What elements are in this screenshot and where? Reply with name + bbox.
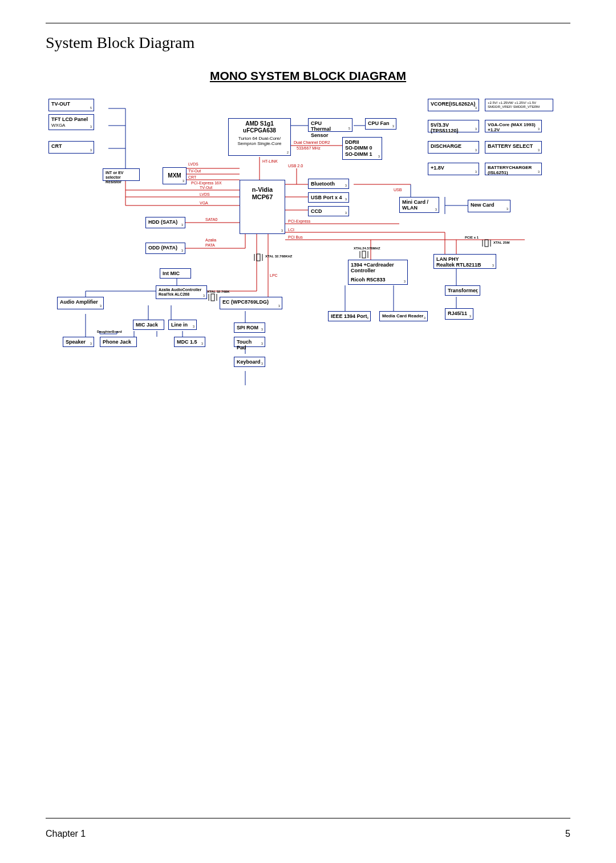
minicard-block: Mini Card / WLAN3 [399, 197, 439, 213]
ccd-block: CCD3 [308, 206, 349, 216]
v5v-block: 5V/3.3V (TPS51120)3 [428, 120, 479, 132]
thermal-block: CPU Thermal Sensor5 [308, 118, 352, 132]
daughter-label: DaughterBoard [97, 330, 122, 333]
discharge-block: DISCHARGE3 [428, 141, 479, 154]
page-footer: Chapter 1 5 [46, 813, 570, 839]
mcp-block: n-Vidia MCP673 [240, 180, 285, 234]
svg-rect-61 [362, 251, 366, 258]
xtal-ec2-icon [209, 294, 217, 301]
vcore-block: VCORE(ISL6262A)3 [428, 99, 479, 111]
usb-label: USB [394, 188, 402, 192]
htlink-label: HT-LINK [262, 159, 278, 163]
usb20-label: USB 2.0 [288, 164, 303, 168]
cpu-block: AMD S1g1 uFCPGA638 Turion 64 Dual-Core/ … [228, 118, 291, 156]
xtal4-label: XTAL 25M [493, 241, 509, 244]
dualddr-label: Dual Channel DDR2 [294, 140, 330, 144]
bluetooth-block: Bluetooth3 [308, 179, 349, 189]
pcie-lane-label: PCIE x 1 [465, 236, 479, 239]
battchg-block: BATTERYCHARGER (ISL6251)3 [485, 163, 542, 175]
lanphy-block: LAN PHY Realtek RTL8211B3 [433, 254, 496, 269]
pciex16-label: PCI-Express 16X [191, 181, 222, 185]
top-rule [46, 23, 570, 23]
xtal-lan-icon [483, 240, 491, 247]
transformer-block: Transformer3 [445, 285, 480, 296]
xtal2-label: XTAL 32.768K [207, 290, 230, 293]
rj45-block: RJ45/113 [445, 308, 473, 320]
mcp-vga-label: VGA [200, 201, 208, 205]
battsel-block: BATTERY SELECT3 [485, 141, 542, 154]
mxm-block: MXM3 [163, 167, 187, 184]
ddr-block: DDRII SO-DIMM 0 SO-DIMM 13 [342, 137, 382, 160]
linein-block: Line in3 [168, 320, 197, 330]
tvout-label: TV-Out [188, 169, 201, 173]
footer-rule [46, 818, 570, 818]
v18-block: +1.8V3 [428, 163, 479, 175]
rails-block: +2.5V/ +1.25VM/ +1.25V/ +1.5V SMDDR_VREF… [485, 99, 553, 111]
page-number: 5 [565, 829, 570, 839]
ec-block: EC (WPC8769LDG)3 [220, 297, 282, 309]
svg-rect-64 [485, 240, 488, 247]
newcard-block: New Card3 [468, 200, 510, 212]
vgacore-block: VGA-Core (MAX 1993) +1.2V3 [485, 120, 542, 132]
tvout-block: TV-OUT5 [48, 99, 94, 111]
keyboard-block: Keyboard3 [234, 357, 265, 367]
document-page: System Block Diagram MONO SYSTEM BLOCK D… [0, 0, 616, 863]
phonejack-block: Phone Jack [100, 337, 137, 347]
pcibus-label: PCI Bus [288, 235, 303, 239]
pata-label: PATA [205, 243, 215, 247]
azalia-label: Azalia [205, 238, 216, 242]
xtal3-label: XTAL24.576MHZ [354, 247, 380, 250]
ricoh-block: 1394 +Cardreader Controller Ricoh R5C833… [348, 260, 408, 285]
ieee1394-block: IEEE 1394 Port3 [328, 311, 371, 321]
touchpad-block: Touch Pad3 [234, 337, 265, 347]
lci-label: LCI [288, 228, 294, 232]
section-title: System Block Diagram [46, 34, 570, 52]
xtal-ec-icon [254, 254, 262, 261]
pciexp-label: PCI-Express [288, 219, 311, 224]
lpc-label: LPC [270, 273, 278, 277]
svg-rect-55 [257, 254, 260, 261]
xtal1-label: XTAL 32.768KHZ [265, 255, 293, 258]
speaker-block: Speaker3 [63, 337, 94, 347]
mediacard-block: Media Card Reader3 [379, 311, 428, 321]
hdd-block: HDD (SATA)3 [145, 217, 185, 228]
azalia-block: Azalia AudioController RealTek ALC2683 [156, 285, 207, 299]
intev-block: INT or EV selector Resistor [103, 168, 140, 181]
micjack-block: MIC Jack [133, 320, 164, 330]
mcp-lvds-label: LVDS [200, 192, 210, 196]
odd-block: ODD (PATA)3 [145, 243, 185, 254]
svg-rect-58 [211, 294, 214, 301]
crt-label: CRT [188, 175, 197, 179]
block-diagram: LVDS TV-Out CRT PCI-Express 16X TV-Out L… [46, 94, 570, 448]
chapter-label: Chapter 1 [46, 829, 86, 839]
crt-block: CRT3 [48, 141, 94, 154]
usbport-block: USB Port x 43 [308, 192, 349, 203]
cpufan-block: CPU Fan3 [365, 118, 396, 130]
mdc-block: MDC 1.53 [174, 337, 205, 347]
audioamp-block: Audio Amplifier3 [57, 297, 104, 309]
tft-block: TFT LCD PanelWXGA3 [48, 114, 94, 130]
spirom-block: SPI ROM3 [234, 322, 265, 333]
intmic-block: Int MIC [160, 268, 191, 279]
lvds-label: LVDS [188, 162, 198, 166]
xtal-ricoh-icon [360, 251, 368, 258]
ddrfreq-label: 533/667 MHz [297, 146, 321, 150]
mcp-tvout-label: TV-Out [200, 185, 212, 189]
diagram-title: MONO SYSTEM BLOCK DIAGRAM [46, 69, 570, 83]
sata-label: SATA0 [205, 217, 217, 221]
